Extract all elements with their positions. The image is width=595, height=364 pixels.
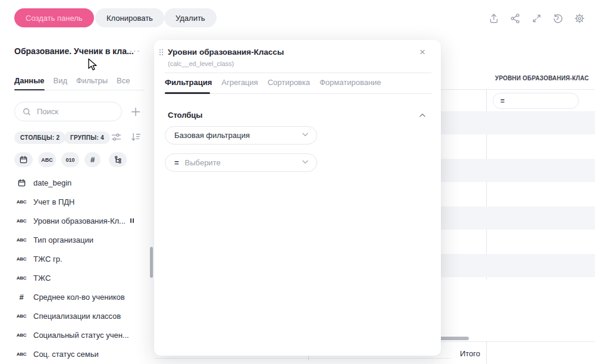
more-menu-icon[interactable]: ··· [130,46,141,55]
table-column-tick [308,356,309,360]
expand-icon[interactable] [531,12,543,24]
abc-type-icon: ABC [41,157,53,163]
settings-gear-icon[interactable] [574,12,585,24]
condition-placeholder: Выберите [185,158,221,167]
chip-date-type[interactable] [14,152,33,167]
field-name: Социальный статус учен... [33,331,129,340]
text-type-icon: ABC [14,352,29,357]
groups-count-badge[interactable]: ГРУППЫ: 4 [64,131,110,144]
tab-aggregation[interactable]: Агрегация [221,78,258,93]
field-item[interactable]: ABC Специализации классов [14,306,145,325]
text-type-icon: ABC [14,332,29,338]
collapse-chevron-up-icon[interactable] [418,111,427,122]
field-name: Уровни образования-Кл... [33,216,126,225]
text-type-icon: ABC [14,199,29,205]
sidebar-tabs: Данные Вид Фильтры Все [14,76,130,90]
field-settings-dialog: Уровни образования-Классы (calc__ed_leve… [154,40,441,356]
total-row-label: Итого [434,349,480,358]
condition-operator: = [174,158,179,167]
table-column-header: УРОВНИ ОБРАЗОВАНИЯ-КЛАС [495,75,589,81]
columns-section-title: Столбцы [168,111,202,120]
field-name: Среднее кол-во учеников [33,293,125,302]
field-item[interactable]: ABC Уровни образования-Кл... [14,211,145,230]
field-item[interactable]: ABC Учет в ПДН [14,192,145,211]
tab-data[interactable]: Данные [14,76,45,90]
table-header-divider [441,89,595,90]
search-icon [23,108,31,116]
table-column-filter-input[interactable]: = [493,93,579,109]
field-item[interactable]: date_begin [14,173,145,192]
filter-type-value: Базовая фильтрация [174,131,250,140]
field-item[interactable]: ABC Тип организации [14,230,145,249]
active-dialog-tab-underline [165,92,210,94]
chip-text-type[interactable]: ABC [38,152,56,167]
number-type-icon: # [14,293,29,302]
table-row-stripe [441,206,595,230]
text-type-icon: ABC [14,313,29,319]
drag-handle-icon[interactable] [159,49,163,55]
tab-filters[interactable]: Фильтры [76,76,108,90]
dialog-header-divider [165,73,431,73]
calendar-icon [17,155,31,164]
search-input[interactable] [36,106,115,117]
tab-all[interactable]: Все [117,76,130,90]
columns-count-badge[interactable]: СТОЛБЦЫ: 2 [14,131,65,144]
field-name: ТЖС гр. [33,255,62,263]
hash-type-icon: # [90,155,95,164]
tab-filtering[interactable]: Фильтрация [165,78,212,93]
field-in-use-icon [130,218,134,223]
table-row-stripe [441,159,595,182]
calendar-icon [14,178,29,187]
field-name: ТЖС [33,274,51,283]
close-icon[interactable]: × [419,48,425,57]
dialog-title: Уровни образования-Классы [168,48,284,57]
field-name: Учет в ПДН [33,197,74,206]
tab-sorting[interactable]: Сортировка [268,78,310,93]
text-type-icon: ABC [14,256,29,262]
field-name: Тип организации [33,236,93,244]
sort-icon[interactable] [130,131,142,145]
table-row-stripe [441,111,595,134]
field-item[interactable]: ABC ТЖС [14,268,145,287]
text-type-icon: ABC [14,275,29,281]
field-name: Специализации классов [33,312,121,321]
active-tab-underline [14,89,45,90]
tab-formatting[interactable]: Форматирование [320,78,381,93]
add-field-icon[interactable] [130,106,141,120]
text-type-icon: ABC [14,237,29,243]
history-icon[interactable] [552,12,564,24]
mouse-cursor [88,58,100,75]
chevron-down-icon [301,130,309,140]
tab-view[interactable]: Вид [54,76,68,90]
binary-type-icon: 010 [65,157,74,163]
delete-button[interactable]: Удалить [164,8,217,27]
table-hscrollbar-thumb[interactable] [437,337,469,340]
hierarchy-icon [111,155,125,164]
export-icon[interactable] [488,12,500,24]
chevron-down-icon [301,158,309,168]
sidebar-scrollbar-thumb[interactable] [150,247,153,278]
field-item[interactable]: # Среднее кол-во учеников [14,287,145,306]
filter-type-select[interactable]: Базовая фильтрация [165,126,317,145]
field-name: Соц. статус семьи [33,350,99,359]
clone-button[interactable]: Клонировать [95,8,164,27]
field-name: date_begin [33,178,71,187]
table-column-divider-footer [486,342,487,364]
search-box[interactable] [14,102,122,121]
create-panel-button[interactable]: Создать панель [14,8,94,27]
field-item[interactable]: ABC ТЖС гр. [14,249,145,268]
chip-number-type[interactable]: # [84,152,101,167]
dataset-title: Образование. Ученик в кла... [14,46,134,56]
dialog-subtitle: (calc__ed_level_class) [168,60,234,67]
text-type-icon: ABC [14,218,29,224]
table-footer-divider [441,341,595,342]
filter-settings-icon[interactable] [111,131,122,145]
filter-value-select[interactable]: = Выберите [165,153,317,172]
chip-hierarchy-type[interactable] [109,152,127,167]
field-item[interactable]: ABC Социальный статус учен... [14,325,145,344]
table-footer-divider-left [154,358,451,359]
chip-binary-type[interactable]: 010 [61,152,79,167]
field-item[interactable]: ABC Соц. статус семьи [14,344,145,363]
dialog-tabs: Фильтрация Агрегация Сортировка Форматир… [165,78,381,93]
share-icon[interactable] [509,12,521,24]
